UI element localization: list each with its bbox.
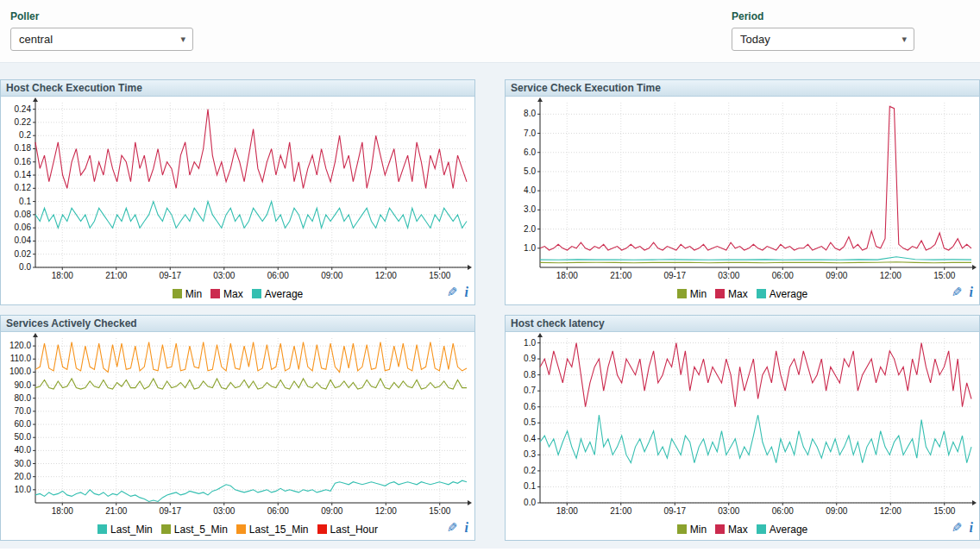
- poller-filter: Poller central ▾: [10, 10, 193, 51]
- svg-text:18:00: 18:00: [556, 271, 578, 280]
- legend-item-max: Max: [715, 288, 748, 300]
- svg-text:03:00: 03:00: [213, 506, 235, 516]
- svg-text:12:00: 12:00: [375, 271, 397, 280]
- legend-color-swatch: [97, 524, 107, 534]
- svg-text:7.0: 7.0: [524, 129, 536, 138]
- svg-text:8.0: 8.0: [524, 109, 536, 118]
- svg-text:0.0: 0.0: [19, 262, 31, 272]
- services-actively-checked-chart: 10.020.030.040.050.060.070.080.090.0100.…: [1, 332, 474, 518]
- chart-legend: Last_MinLast_5_MinLast_15_MinLast_Hour: [97, 524, 378, 536]
- panel-services-actively-checked: Services Actively Checked 10.020.030.040…: [0, 315, 475, 541]
- info-icon[interactable]: i: [970, 520, 973, 536]
- svg-text:09:00: 09:00: [826, 271, 847, 280]
- svg-text:06:00: 06:00: [267, 506, 289, 516]
- panel-host-check-execution-time: Host Check Execution Time 0.00.020.040.0…: [0, 79, 475, 305]
- svg-text:15:00: 15:00: [429, 506, 450, 516]
- edit-icon[interactable]: ✎: [952, 285, 963, 300]
- svg-text:20.0: 20.0: [15, 472, 32, 481]
- svg-text:09-17: 09-17: [159, 271, 181, 280]
- period-select[interactable]: Today ▾: [732, 28, 914, 51]
- panel-icons: ✎ i: [952, 285, 973, 300]
- svg-text:21:00: 21:00: [105, 271, 127, 280]
- svg-text:3.0: 3.0: [524, 204, 536, 214]
- chart-legend: MinMaxAverage: [677, 524, 808, 536]
- legend-item-last_min: Last_Min: [97, 524, 153, 536]
- panel-footer: MinMaxAverage ✎ i: [1, 283, 474, 304]
- legend-color-swatch: [677, 524, 687, 534]
- svg-text:21:00: 21:00: [610, 506, 631, 516]
- legend-label: Max: [728, 288, 748, 300]
- legend-label: Last_15_Min: [249, 524, 309, 536]
- edit-icon[interactable]: ✎: [447, 285, 458, 300]
- legend-color-swatch: [677, 289, 687, 298]
- legend-label: Average: [770, 524, 807, 536]
- svg-text:70.0: 70.0: [15, 406, 32, 416]
- legend-color-swatch: [715, 289, 725, 298]
- svg-text:100.0: 100.0: [9, 367, 31, 376]
- legend-color-swatch: [161, 524, 171, 534]
- legend-color-swatch: [757, 524, 766, 534]
- period-selected-value: Today: [740, 33, 770, 46]
- svg-text:15:00: 15:00: [933, 271, 955, 280]
- service-check-execution-time-chart: 1.02.03.04.05.06.07.08.018:0021:0009-170…: [506, 97, 979, 283]
- panel-icons: ✎ i: [952, 520, 973, 536]
- svg-text:09-17: 09-17: [663, 271, 686, 280]
- svg-text:1.0: 1.0: [524, 243, 536, 253]
- dashboard-grid: Host Check Execution Time 0.00.020.040.0…: [0, 63, 980, 549]
- legend-color-swatch: [252, 289, 261, 298]
- edit-icon[interactable]: ✎: [447, 520, 458, 536]
- svg-text:0.06: 0.06: [15, 223, 32, 232]
- legend-color-swatch: [236, 524, 246, 534]
- info-icon[interactable]: i: [970, 285, 973, 300]
- host-check-latency-chart: 0.00.10.20.30.40.50.60.70.80.91.018:0021…: [506, 332, 979, 518]
- chevron-down-icon: ▾: [180, 34, 185, 45]
- legend-item-min: Min: [677, 288, 707, 300]
- svg-text:09:00: 09:00: [321, 271, 342, 280]
- svg-text:0.8: 0.8: [524, 370, 536, 380]
- legend-item-last_15_min: Last_15_Min: [236, 524, 309, 536]
- svg-text:06:00: 06:00: [267, 271, 289, 280]
- info-icon[interactable]: i: [465, 520, 468, 536]
- svg-text:03:00: 03:00: [213, 271, 235, 280]
- svg-text:0.14: 0.14: [15, 170, 32, 179]
- svg-text:0.0: 0.0: [524, 498, 536, 507]
- svg-text:2.0: 2.0: [524, 224, 536, 234]
- svg-text:0.24: 0.24: [15, 104, 32, 114]
- svg-text:21:00: 21:00: [610, 271, 631, 280]
- svg-text:0.4: 0.4: [524, 434, 536, 443]
- svg-text:120.0: 120.0: [9, 341, 31, 350]
- svg-text:0.2: 0.2: [524, 466, 536, 475]
- svg-text:09-17: 09-17: [159, 506, 181, 516]
- legend-label: Last_Hour: [330, 524, 378, 536]
- svg-text:15:00: 15:00: [933, 506, 955, 516]
- svg-text:0.22: 0.22: [15, 117, 32, 127]
- host-check-execution-time-chart: 0.00.020.040.060.080.10.120.140.160.180.…: [1, 97, 474, 283]
- svg-text:09:00: 09:00: [321, 506, 342, 516]
- svg-text:110.0: 110.0: [10, 354, 32, 363]
- legend-color-swatch: [757, 289, 766, 298]
- panel-title: Host check latency: [506, 316, 979, 332]
- svg-text:6.0: 6.0: [524, 147, 536, 157]
- svg-text:0.1: 0.1: [524, 481, 536, 491]
- panel-footer: MinMaxAverage ✎ i: [506, 518, 979, 540]
- poller-select[interactable]: central ▾: [10, 28, 193, 51]
- svg-text:0.18: 0.18: [15, 143, 32, 153]
- svg-text:0.16: 0.16: [15, 157, 32, 166]
- svg-text:0.6: 0.6: [524, 402, 536, 411]
- legend-item-average: Average: [757, 288, 807, 300]
- edit-icon[interactable]: ✎: [952, 520, 963, 536]
- info-icon[interactable]: i: [465, 285, 468, 300]
- svg-text:40.0: 40.0: [15, 445, 32, 455]
- svg-text:10.0: 10.0: [15, 485, 32, 494]
- svg-text:0.2: 0.2: [19, 130, 31, 140]
- svg-text:09:00: 09:00: [826, 506, 847, 516]
- legend-label: Max: [223, 288, 243, 300]
- svg-text:18:00: 18:00: [52, 506, 73, 516]
- chart-legend: MinMaxAverage: [677, 288, 808, 300]
- svg-text:5.0: 5.0: [524, 166, 536, 176]
- legend-label: Average: [265, 288, 303, 300]
- legend-item-average: Average: [757, 524, 807, 536]
- legend-item-min: Min: [677, 524, 707, 536]
- chart-legend: MinMaxAverage: [173, 288, 304, 300]
- legend-item-max: Max: [715, 524, 748, 536]
